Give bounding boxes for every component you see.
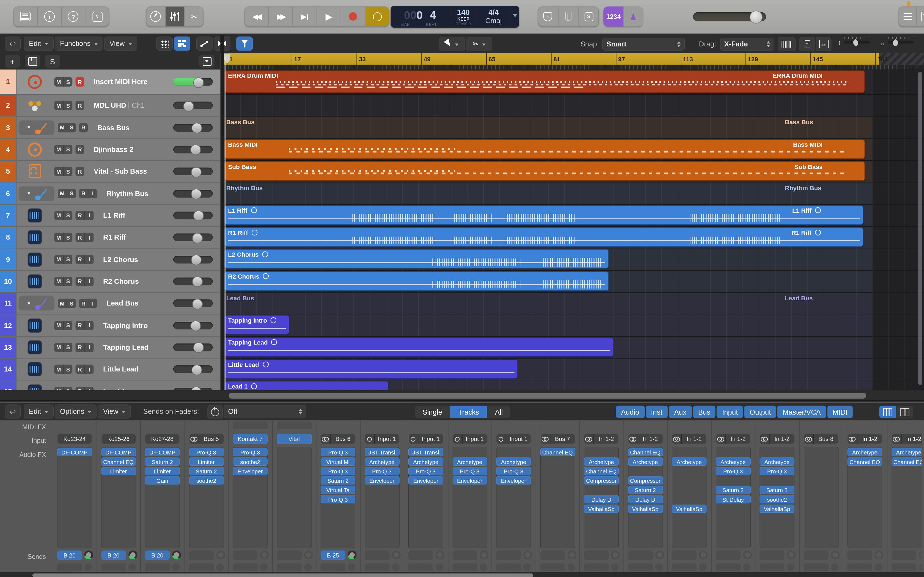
- empty-send-slot[interactable]: [321, 564, 346, 571]
- region[interactable]: Bass MIDI Bass MIDI: [225, 139, 865, 158]
- audio-fx-plugin[interactable]: Saturn 2: [189, 467, 224, 475]
- track-number[interactable]: 15: [0, 380, 16, 390]
- region[interactable]: L2 Chorus: [225, 249, 609, 268]
- audio-fx-plugin[interactable]: Saturn 2: [145, 458, 179, 466]
- drag-dropdown[interactable]: X-Fade: [720, 38, 774, 50]
- audio-fx-plugin[interactable]: Delay D: [628, 495, 662, 503]
- audio-fx-plugin[interactable]: Pro-Q 3: [321, 448, 355, 456]
- volume-knob[interactable]: [193, 343, 204, 353]
- channel-filter-button[interactable]: Inst: [646, 406, 668, 418]
- track-number[interactable]: 7: [0, 205, 16, 226]
- mixer-channel-strip[interactable]: In 1-2 Archetype Channel EQ: [843, 420, 887, 572]
- audio-fx-plugin[interactable]: Pro-Q 3: [321, 495, 355, 503]
- arrange-track-lane[interactable]: Tapping Intro: [224, 314, 924, 337]
- record-enable-button[interactable]: R: [75, 167, 84, 176]
- record-enable-button[interactable]: R: [79, 189, 88, 198]
- audio-fx-plugin[interactable]: DF-COMP: [57, 448, 92, 456]
- empty-send-slot[interactable]: [716, 564, 741, 571]
- channel-filter-button[interactable]: Input: [717, 406, 743, 418]
- mute-button[interactable]: M: [58, 189, 66, 198]
- track-number[interactable]: 1: [0, 69, 16, 94]
- mixer-channel-strip[interactable]: Ko25-26 DF-COMP Channel EQ Limiter B 20: [97, 420, 141, 572]
- audio-fx-plugin[interactable]: Archetype: [584, 458, 619, 466]
- audio-fx-plugin[interactable]: Compressor: [584, 476, 619, 485]
- audio-fx-plugin[interactable]: Pro-Q 3: [452, 467, 487, 475]
- catch-playhead-button[interactable]: [236, 37, 253, 50]
- send-level-knob[interactable]: [347, 551, 356, 559]
- channel-filter-button[interactable]: Audio: [616, 406, 645, 418]
- audio-fx-plugin[interactable]: Channel EQ: [891, 458, 922, 466]
- snap-dropdown[interactable]: Smart: [602, 38, 685, 50]
- track-header[interactable]: 3 ▼ M S R Bass Bus: [0, 117, 220, 139]
- back-button[interactable]: ↩: [5, 37, 21, 50]
- quick-help-button[interactable]: ?: [61, 6, 86, 27]
- send-level-knob[interactable]: [260, 551, 269, 559]
- master-stack-button[interactable]: S: [45, 55, 60, 68]
- send-slot[interactable]: [716, 551, 741, 560]
- track-list-button[interactable]: [899, 6, 917, 27]
- channel-filter-button[interactable]: Bus: [693, 406, 716, 418]
- tuner-button[interactable]: [559, 6, 579, 27]
- audio-fx-plugin[interactable]: JST Transi: [364, 448, 399, 456]
- audio-fx-plugin[interactable]: soothe2: [759, 495, 794, 503]
- record-button[interactable]: [341, 6, 365, 27]
- empty-send-slot[interactable]: [452, 564, 477, 571]
- empty-send-slot[interactable]: [804, 564, 828, 571]
- solo-button[interactable]: S: [63, 77, 72, 87]
- track-icon-zone[interactable]: [16, 384, 53, 390]
- loop-icon[interactable]: [262, 251, 268, 257]
- mute-button[interactable]: M: [54, 233, 63, 242]
- loop-icon[interactable]: [271, 318, 276, 323]
- smart-controls-button[interactable]: [146, 6, 165, 27]
- send-slot[interactable]: [672, 551, 696, 560]
- cycle-button[interactable]: [365, 6, 389, 27]
- solo-mode-button[interactable]: S: [579, 6, 599, 27]
- vertical-auto-zoom-button[interactable]: ↕: [799, 37, 815, 51]
- horizontal-auto-zoom-button[interactable]: ↔: [816, 37, 832, 51]
- zoom-knob[interactable]: [893, 39, 898, 46]
- input-monitor-button[interactable]: I: [84, 233, 94, 242]
- grid-view-button[interactable]: [156, 37, 173, 50]
- track-header[interactable]: 4 M S R Djinnbass 2: [0, 139, 220, 161]
- track-number[interactable]: 3: [0, 117, 16, 138]
- automation-button[interactable]: [196, 37, 213, 50]
- send-slot[interactable]: [233, 551, 257, 560]
- input-slot[interactable]: Bus 8: [804, 434, 838, 444]
- send-level-knob[interactable]: [392, 551, 401, 559]
- send-slot[interactable]: [189, 551, 214, 560]
- arrange-track-lane[interactable]: Lead 1: [224, 380, 924, 390]
- record-enable-button[interactable]: R: [75, 321, 84, 330]
- solo-button[interactable]: S: [66, 299, 76, 308]
- mute-button[interactable]: M: [54, 343, 63, 352]
- empty-send-slot[interactable]: [364, 564, 389, 571]
- track-volume-slider[interactable]: [173, 300, 213, 307]
- narrow-strips-button[interactable]: [879, 406, 896, 418]
- send-level-knob[interactable]: [743, 551, 751, 559]
- send-level-knob[interactable]: [919, 551, 922, 559]
- input-slot[interactable]: In 1-2: [628, 434, 662, 444]
- send-level-knob[interactable]: [611, 551, 620, 559]
- send-slot[interactable]: [847, 551, 872, 560]
- track-number[interactable]: 2: [0, 95, 16, 116]
- loop-icon[interactable]: [251, 383, 257, 389]
- track-header[interactable]: 10 M S R I R2 Chorus: [0, 271, 220, 293]
- bar-ruler[interactable]: 1 17 33 49 65 81 97 113 129 145 161: [224, 53, 924, 65]
- audio-fx-plugin[interactable]: Pro-Q 3: [716, 467, 751, 475]
- record-enable-button[interactable]: R: [79, 123, 88, 132]
- audio-fx-plugin[interactable]: Pro-Q 3: [364, 467, 399, 475]
- mixer-channel-strip[interactable]: Input 1 Archetype Pro-Q 3 Enveloper: [448, 420, 492, 572]
- send-level-knob[interactable]: [874, 551, 883, 559]
- input-slot[interactable]: In 1-2: [891, 434, 922, 444]
- track-number[interactable]: 6: [0, 183, 16, 204]
- pointer-tool-menu[interactable]: [439, 37, 465, 51]
- metronome-button[interactable]: [624, 6, 643, 27]
- input-slot[interactable]: In 1-2: [584, 434, 619, 444]
- input-slot[interactable]: In 1-2: [847, 434, 882, 444]
- audio-fx-plugin[interactable]: Pro-Q 3: [759, 467, 794, 475]
- track-icon-zone[interactable]: [16, 274, 53, 288]
- arrange-track-lane[interactable]: Bass MIDI Bass MIDI: [224, 139, 924, 161]
- empty-send-slot[interactable]: [277, 564, 301, 571]
- loop-icon[interactable]: [263, 361, 268, 367]
- mixer-channel-strip[interactable]: Bus 7 Channel EQ: [536, 420, 580, 572]
- menu-button[interactable]: Edit: [24, 405, 53, 419]
